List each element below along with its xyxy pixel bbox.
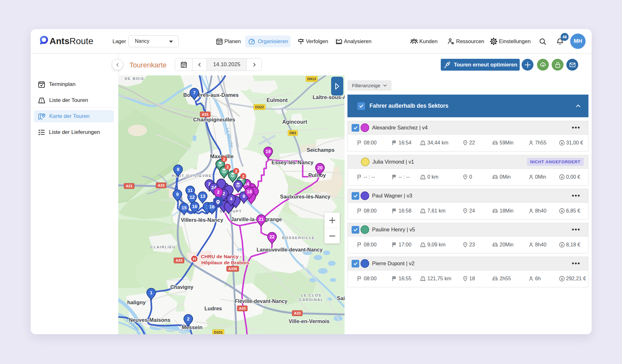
svg-text:BOSSERVILLE: BOSSERVILLE <box>282 236 315 240</box>
svg-text:Laneuveville-devant-Nancy: Laneuveville-devant-Nancy <box>257 247 323 252</box>
svg-text:Seichamps: Seichamps <box>307 147 334 153</box>
svg-text:Chavigny: Chavigny <box>170 284 193 290</box>
svg-text:Champigneulles: Champigneulles <box>193 117 235 123</box>
svg-text:DE BOIS: DE BOIS <box>125 77 144 81</box>
svg-text:Sair: Sair <box>337 295 345 301</box>
svg-text:CHRU de Nancy -: CHRU de Nancy - <box>201 254 241 259</box>
svg-text:2: 2 <box>187 316 190 321</box>
svg-text:2: 2 <box>235 169 237 174</box>
svg-text:11: 11 <box>188 188 192 193</box>
svg-text:Hôpitaux de Brabois: Hôpitaux de Brabois <box>201 260 250 265</box>
svg-text:1: 1 <box>150 290 152 295</box>
svg-text:A31: A31 <box>202 112 209 116</box>
svg-text:Ludres: Ludres <box>204 306 222 311</box>
svg-text:8: 8 <box>243 194 245 199</box>
svg-text:12: 12 <box>190 195 195 200</box>
svg-text:20: 20 <box>317 165 323 170</box>
svg-text:19: 19 <box>266 149 271 154</box>
svg-text:Agincourt: Agincourt <box>282 119 307 125</box>
svg-text:22: 22 <box>269 234 275 239</box>
svg-text:2: 2 <box>242 174 244 179</box>
svg-text:A33: A33 <box>175 259 182 262</box>
svg-text:Neuves-Maisons: Neuves-Maisons <box>129 317 170 323</box>
svg-text:Pulnoy: Pulnoy <box>308 172 326 178</box>
svg-text:8: 8 <box>177 167 179 172</box>
svg-text:15: 15 <box>182 205 187 210</box>
svg-text:LE CLOS: LE CLOS <box>301 293 322 297</box>
svg-text:D331: D331 <box>214 330 223 334</box>
svg-text:2: 2 <box>217 190 220 195</box>
svg-text:4: 4 <box>230 196 232 201</box>
svg-text:CLAIRLIEU: CLAIRLIEU <box>150 245 175 249</box>
svg-text:Messein: Messein <box>182 324 202 330</box>
svg-text:2: 2 <box>226 165 229 169</box>
svg-text:Saulxures-lès-Nancy: Saulxures-lès-Nancy <box>280 194 330 199</box>
svg-text:21: 21 <box>259 217 264 222</box>
svg-text:D83: D83 <box>289 131 296 135</box>
svg-text:A33: A33 <box>294 311 300 315</box>
svg-text:A31: A31 <box>126 184 133 188</box>
svg-text:9: 9 <box>176 192 179 197</box>
svg-text:18: 18 <box>247 189 252 194</box>
svg-text:Fléville-devant-Nancy: Fléville-devant-Nancy <box>235 298 288 304</box>
svg-text:Villers-lès-Nancy: Villers-lès-Nancy <box>181 217 224 223</box>
svg-text:CARDINAL: CARDINAL <box>299 298 323 302</box>
svg-text:Eulmont: Eulmont <box>267 97 288 103</box>
svg-text:haligny: haligny <box>127 299 146 305</box>
svg-text:A33: A33 <box>158 183 164 187</box>
svg-text:2: 2 <box>223 157 225 162</box>
svg-text:7: 7 <box>193 90 196 95</box>
svg-text:13: 13 <box>200 194 205 199</box>
svg-text:A330: A330 <box>228 267 237 271</box>
svg-text:D913: D913 <box>307 77 316 81</box>
svg-text:H: H <box>193 257 196 261</box>
svg-text:D322: D322 <box>255 105 264 109</box>
svg-text:Ville-en-Vermois: Ville-en-Vermois <box>289 318 330 324</box>
svg-text:Essey-lès-Nancy: Essey-lès-Nancy <box>271 159 314 165</box>
svg-text:16: 16 <box>192 204 197 209</box>
svg-text:A33: A33 <box>239 306 245 310</box>
